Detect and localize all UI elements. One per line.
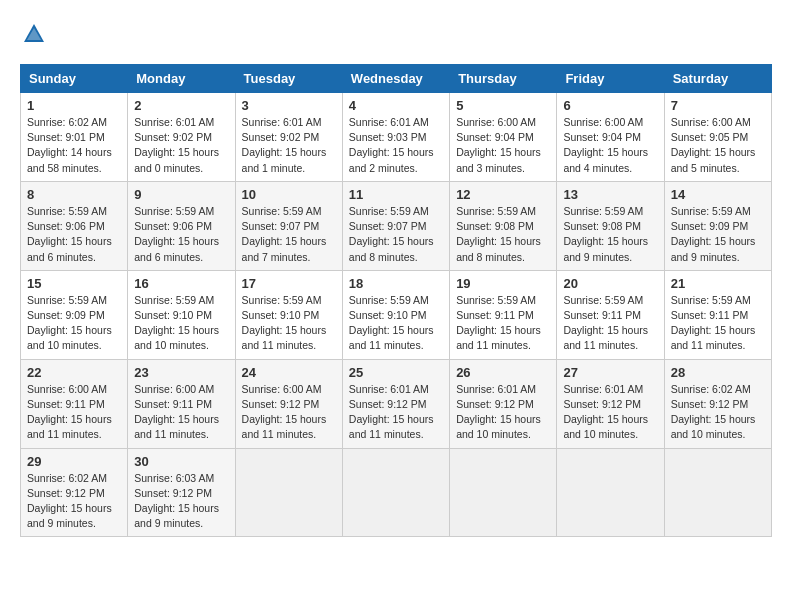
- day-number: 20: [563, 276, 657, 291]
- weekday-header-thursday: Thursday: [450, 65, 557, 93]
- calendar-table: SundayMondayTuesdayWednesdayThursdayFrid…: [20, 64, 772, 537]
- calendar-week-2: 8 Sunrise: 5:59 AM Sunset: 9:06 PM Dayli…: [21, 181, 772, 270]
- calendar-cell: 1 Sunrise: 6:02 AM Sunset: 9:01 PM Dayli…: [21, 93, 128, 182]
- day-number: 15: [27, 276, 121, 291]
- calendar-week-5: 29 Sunrise: 6:02 AM Sunset: 9:12 PM Dayl…: [21, 448, 772, 537]
- calendar-cell: [342, 448, 449, 537]
- day-number: 8: [27, 187, 121, 202]
- day-number: 19: [456, 276, 550, 291]
- calendar-week-3: 15 Sunrise: 5:59 AM Sunset: 9:09 PM Dayl…: [21, 270, 772, 359]
- day-number: 24: [242, 365, 336, 380]
- calendar-cell: 11 Sunrise: 5:59 AM Sunset: 9:07 PM Dayl…: [342, 181, 449, 270]
- calendar-cell: 9 Sunrise: 5:59 AM Sunset: 9:06 PM Dayli…: [128, 181, 235, 270]
- weekday-header-sunday: Sunday: [21, 65, 128, 93]
- day-info: Sunrise: 6:01 AM Sunset: 9:12 PM Dayligh…: [563, 382, 657, 443]
- calendar-header-row: SundayMondayTuesdayWednesdayThursdayFrid…: [21, 65, 772, 93]
- calendar-cell: 24 Sunrise: 6:00 AM Sunset: 9:12 PM Dayl…: [235, 359, 342, 448]
- calendar-cell: 4 Sunrise: 6:01 AM Sunset: 9:03 PM Dayli…: [342, 93, 449, 182]
- calendar-cell: 3 Sunrise: 6:01 AM Sunset: 9:02 PM Dayli…: [235, 93, 342, 182]
- day-info: Sunrise: 5:59 AM Sunset: 9:08 PM Dayligh…: [563, 204, 657, 265]
- day-number: 25: [349, 365, 443, 380]
- day-number: 9: [134, 187, 228, 202]
- day-info: Sunrise: 5:59 AM Sunset: 9:11 PM Dayligh…: [456, 293, 550, 354]
- calendar-cell: 30 Sunrise: 6:03 AM Sunset: 9:12 PM Dayl…: [128, 448, 235, 537]
- calendar-cell: [664, 448, 771, 537]
- day-info: Sunrise: 6:02 AM Sunset: 9:01 PM Dayligh…: [27, 115, 121, 176]
- calendar-cell: 6 Sunrise: 6:00 AM Sunset: 9:04 PM Dayli…: [557, 93, 664, 182]
- day-info: Sunrise: 5:59 AM Sunset: 9:09 PM Dayligh…: [27, 293, 121, 354]
- day-info: Sunrise: 5:59 AM Sunset: 9:07 PM Dayligh…: [349, 204, 443, 265]
- calendar-cell: [235, 448, 342, 537]
- day-number: 6: [563, 98, 657, 113]
- calendar-cell: 10 Sunrise: 5:59 AM Sunset: 9:07 PM Dayl…: [235, 181, 342, 270]
- day-number: 10: [242, 187, 336, 202]
- day-info: Sunrise: 6:00 AM Sunset: 9:11 PM Dayligh…: [27, 382, 121, 443]
- calendar-cell: 27 Sunrise: 6:01 AM Sunset: 9:12 PM Dayl…: [557, 359, 664, 448]
- calendar-cell: 2 Sunrise: 6:01 AM Sunset: 9:02 PM Dayli…: [128, 93, 235, 182]
- calendar-cell: 20 Sunrise: 5:59 AM Sunset: 9:11 PM Dayl…: [557, 270, 664, 359]
- day-info: Sunrise: 6:00 AM Sunset: 9:11 PM Dayligh…: [134, 382, 228, 443]
- day-number: 30: [134, 454, 228, 469]
- day-number: 2: [134, 98, 228, 113]
- calendar-cell: 15 Sunrise: 5:59 AM Sunset: 9:09 PM Dayl…: [21, 270, 128, 359]
- day-info: Sunrise: 5:59 AM Sunset: 9:08 PM Dayligh…: [456, 204, 550, 265]
- day-number: 14: [671, 187, 765, 202]
- calendar-cell: 23 Sunrise: 6:00 AM Sunset: 9:11 PM Dayl…: [128, 359, 235, 448]
- page-header: [20, 20, 772, 48]
- day-info: Sunrise: 6:01 AM Sunset: 9:02 PM Dayligh…: [242, 115, 336, 176]
- day-info: Sunrise: 6:00 AM Sunset: 9:12 PM Dayligh…: [242, 382, 336, 443]
- day-info: Sunrise: 5:59 AM Sunset: 9:06 PM Dayligh…: [27, 204, 121, 265]
- weekday-header-saturday: Saturday: [664, 65, 771, 93]
- day-number: 26: [456, 365, 550, 380]
- day-info: Sunrise: 6:02 AM Sunset: 9:12 PM Dayligh…: [27, 471, 121, 532]
- calendar-cell: 18 Sunrise: 5:59 AM Sunset: 9:10 PM Dayl…: [342, 270, 449, 359]
- day-info: Sunrise: 5:59 AM Sunset: 9:11 PM Dayligh…: [563, 293, 657, 354]
- day-number: 1: [27, 98, 121, 113]
- calendar-week-4: 22 Sunrise: 6:00 AM Sunset: 9:11 PM Dayl…: [21, 359, 772, 448]
- day-info: Sunrise: 6:03 AM Sunset: 9:12 PM Dayligh…: [134, 471, 228, 532]
- day-number: 29: [27, 454, 121, 469]
- day-number: 3: [242, 98, 336, 113]
- day-info: Sunrise: 5:59 AM Sunset: 9:11 PM Dayligh…: [671, 293, 765, 354]
- day-info: Sunrise: 5:59 AM Sunset: 9:10 PM Dayligh…: [349, 293, 443, 354]
- calendar-cell: [557, 448, 664, 537]
- day-number: 4: [349, 98, 443, 113]
- calendar-cell: 7 Sunrise: 6:00 AM Sunset: 9:05 PM Dayli…: [664, 93, 771, 182]
- day-number: 7: [671, 98, 765, 113]
- day-number: 13: [563, 187, 657, 202]
- calendar-cell: 12 Sunrise: 5:59 AM Sunset: 9:08 PM Dayl…: [450, 181, 557, 270]
- calendar-cell: 21 Sunrise: 5:59 AM Sunset: 9:11 PM Dayl…: [664, 270, 771, 359]
- day-info: Sunrise: 6:01 AM Sunset: 9:03 PM Dayligh…: [349, 115, 443, 176]
- day-info: Sunrise: 5:59 AM Sunset: 9:06 PM Dayligh…: [134, 204, 228, 265]
- weekday-header-tuesday: Tuesday: [235, 65, 342, 93]
- calendar-cell: 25 Sunrise: 6:01 AM Sunset: 9:12 PM Dayl…: [342, 359, 449, 448]
- day-number: 28: [671, 365, 765, 380]
- calendar-cell: 16 Sunrise: 5:59 AM Sunset: 9:10 PM Dayl…: [128, 270, 235, 359]
- day-info: Sunrise: 6:00 AM Sunset: 9:04 PM Dayligh…: [456, 115, 550, 176]
- calendar-cell: 26 Sunrise: 6:01 AM Sunset: 9:12 PM Dayl…: [450, 359, 557, 448]
- day-info: Sunrise: 6:01 AM Sunset: 9:12 PM Dayligh…: [456, 382, 550, 443]
- day-info: Sunrise: 6:00 AM Sunset: 9:05 PM Dayligh…: [671, 115, 765, 176]
- calendar-cell: 13 Sunrise: 5:59 AM Sunset: 9:08 PM Dayl…: [557, 181, 664, 270]
- day-number: 22: [27, 365, 121, 380]
- weekday-header-friday: Friday: [557, 65, 664, 93]
- calendar-cell: 28 Sunrise: 6:02 AM Sunset: 9:12 PM Dayl…: [664, 359, 771, 448]
- calendar-cell: 29 Sunrise: 6:02 AM Sunset: 9:12 PM Dayl…: [21, 448, 128, 537]
- logo-icon: [20, 20, 48, 48]
- calendar-cell: 14 Sunrise: 5:59 AM Sunset: 9:09 PM Dayl…: [664, 181, 771, 270]
- day-number: 27: [563, 365, 657, 380]
- calendar-cell: 8 Sunrise: 5:59 AM Sunset: 9:06 PM Dayli…: [21, 181, 128, 270]
- calendar-cell: [450, 448, 557, 537]
- day-info: Sunrise: 6:01 AM Sunset: 9:02 PM Dayligh…: [134, 115, 228, 176]
- day-number: 23: [134, 365, 228, 380]
- day-info: Sunrise: 5:59 AM Sunset: 9:10 PM Dayligh…: [134, 293, 228, 354]
- calendar-cell: 5 Sunrise: 6:00 AM Sunset: 9:04 PM Dayli…: [450, 93, 557, 182]
- day-info: Sunrise: 6:02 AM Sunset: 9:12 PM Dayligh…: [671, 382, 765, 443]
- calendar-cell: 19 Sunrise: 5:59 AM Sunset: 9:11 PM Dayl…: [450, 270, 557, 359]
- day-number: 21: [671, 276, 765, 291]
- day-number: 18: [349, 276, 443, 291]
- calendar-cell: 22 Sunrise: 6:00 AM Sunset: 9:11 PM Dayl…: [21, 359, 128, 448]
- day-info: Sunrise: 6:00 AM Sunset: 9:04 PM Dayligh…: [563, 115, 657, 176]
- logo: [20, 20, 52, 48]
- day-number: 5: [456, 98, 550, 113]
